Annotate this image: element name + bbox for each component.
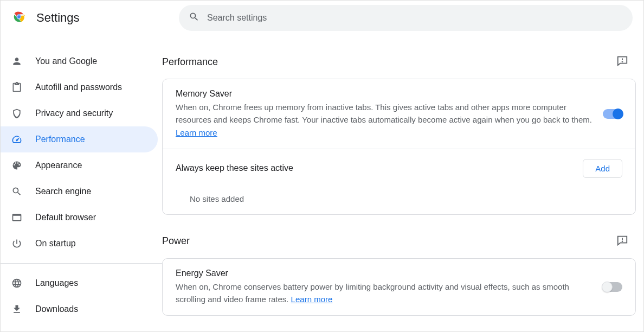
search-icon — [189, 11, 199, 24]
energy-saver-title: Energy Saver — [176, 269, 592, 278]
main-content: Performance Memory Saver When on, Chrome… — [162, 35, 643, 331]
svg-point-4 — [622, 61, 623, 62]
sidebar-item-label: Privacy and security — [35, 108, 113, 118]
sidebar-item-you-and-google[interactable]: You and Google — [1, 48, 158, 74]
performance-card: Memory Saver When on, Chrome frees up me… — [162, 79, 636, 215]
clipboard-icon — [11, 82, 22, 93]
download-icon — [11, 304, 22, 315]
page-title: Settings — [36, 11, 80, 25]
sidebar-item-label: Search engine — [35, 187, 91, 196]
sidebar-item-languages[interactable]: Languages — [1, 270, 158, 296]
shield-icon — [11, 108, 22, 119]
sidebar: You and Google Autofill and passwords Pr… — [1, 35, 162, 331]
add-button[interactable]: Add — [583, 159, 622, 178]
power-icon — [11, 238, 22, 249]
sidebar-item-label: Languages — [35, 278, 78, 288]
learn-more-link[interactable]: Learn more — [291, 295, 333, 304]
globe-icon — [11, 278, 22, 289]
sidebar-divider — [1, 263, 162, 264]
sidebar-item-on-startup[interactable]: On startup — [1, 231, 158, 257]
sidebar-item-performance[interactable]: Performance — [1, 126, 158, 152]
energy-saver-row: Energy Saver When on, Chrome conserves b… — [163, 259, 635, 316]
always-active-title: Always keep these sites active — [176, 163, 572, 173]
feedback-icon[interactable] — [616, 55, 628, 69]
section-title: Performance — [162, 56, 218, 68]
sidebar-item-label: Autofill and passwords — [35, 82, 122, 92]
no-sites-text: No sites added — [163, 188, 635, 214]
svg-point-6 — [622, 241, 623, 241]
sidebar-item-appearance[interactable]: Appearance — [1, 152, 158, 178]
sidebar-item-autofill[interactable]: Autofill and passwords — [1, 74, 158, 100]
sidebar-item-downloads[interactable]: Downloads — [1, 296, 158, 322]
sidebar-item-label: On startup — [35, 239, 76, 248]
person-icon — [11, 56, 22, 67]
energy-saver-toggle[interactable] — [603, 282, 622, 292]
search-input[interactable] — [207, 13, 623, 23]
learn-more-link[interactable]: Learn more — [176, 128, 217, 137]
memory-saver-toggle[interactable] — [603, 109, 622, 119]
sidebar-item-label: Performance — [35, 135, 85, 144]
app-header: Settings — [1, 1, 643, 35]
chrome-logo-icon — [11, 9, 27, 27]
speedometer-icon — [11, 134, 22, 145]
section-header-power: Power — [162, 215, 639, 258]
palette-icon — [11, 160, 22, 171]
sidebar-item-label: Downloads — [35, 304, 78, 314]
memory-saver-row: Memory Saver When on, Chrome frees up me… — [163, 79, 635, 149]
sidebar-item-label: You and Google — [35, 56, 97, 66]
sidebar-item-privacy[interactable]: Privacy and security — [1, 100, 158, 126]
search-box[interactable] — [179, 5, 633, 31]
memory-saver-desc: When on, Chrome frees up memory from ina… — [176, 101, 592, 139]
memory-saver-title: Memory Saver — [176, 89, 592, 99]
browser-icon — [11, 212, 22, 223]
always-active-row: Always keep these sites active Add — [163, 149, 635, 188]
sidebar-item-search-engine[interactable]: Search engine — [1, 178, 158, 205]
energy-saver-desc: When on, Chrome conserves battery power … — [176, 280, 592, 306]
power-card: Energy Saver When on, Chrome conserves b… — [162, 258, 636, 316]
section-header-performance: Performance — [162, 35, 639, 79]
sidebar-item-default-browser[interactable]: Default browser — [1, 205, 158, 231]
section-title: Power — [162, 235, 190, 247]
feedback-icon[interactable] — [616, 234, 628, 248]
sidebar-item-label: Appearance — [35, 161, 82, 170]
sidebar-item-label: Default browser — [35, 213, 96, 222]
search-icon — [11, 186, 22, 197]
